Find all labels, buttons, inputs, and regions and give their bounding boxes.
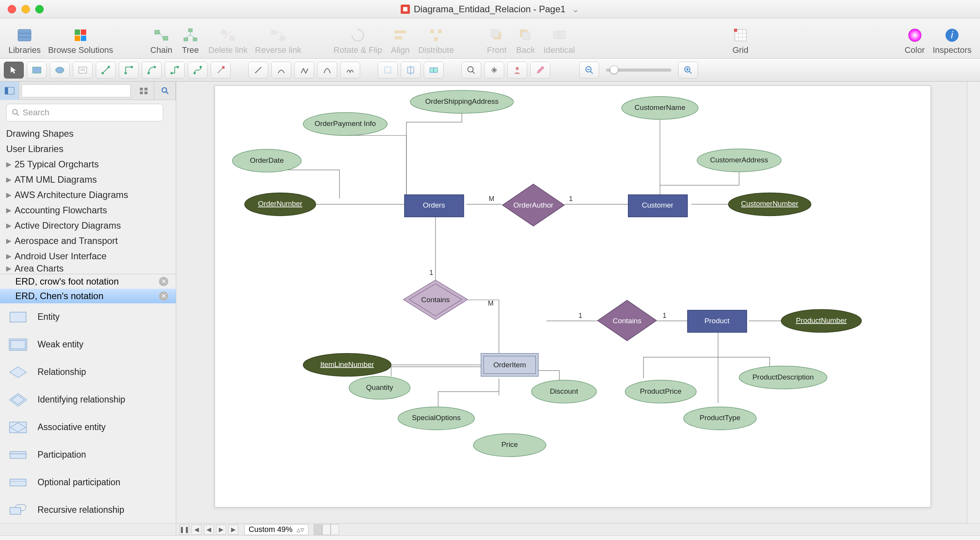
- zoom-in-button[interactable]: [678, 62, 698, 79]
- chevron-down-icon[interactable]: ⌄: [572, 4, 579, 15]
- svg-rect-14: [230, 36, 234, 40]
- zoom-tool[interactable]: [461, 62, 481, 79]
- connector-tool-1[interactable]: [96, 62, 116, 79]
- chain-button[interactable]: Chain: [147, 19, 175, 57]
- snap-tool-1[interactable]: [378, 62, 398, 79]
- line-tool-5[interactable]: [340, 62, 360, 79]
- shape-optional-participation[interactable]: Optional participation: [0, 469, 176, 496]
- color-button[interactable]: Color: [901, 19, 929, 57]
- lib-item[interactable]: ▶Aerospace and Transport: [0, 233, 176, 249]
- lib-item[interactable]: ▶Area Charts: [0, 264, 176, 273]
- svg-rect-54: [222, 66, 225, 69]
- shape-participation[interactable]: Participation: [0, 441, 176, 469]
- lib-item[interactable]: ▶ATM UML Diagrams: [0, 172, 176, 187]
- shape-entity[interactable]: Entity: [0, 303, 176, 331]
- svg-text:ItemLineNumber: ItemLineNumber: [320, 360, 374, 368]
- pager-first[interactable]: ◀: [192, 525, 202, 535]
- svg-rect-5: [81, 29, 86, 35]
- browse-solutions-button[interactable]: Browse Solutions: [45, 19, 116, 57]
- window-close-icon[interactable]: [8, 5, 16, 13]
- zoom-slider[interactable]: [606, 69, 671, 72]
- connector-tool-6[interactable]: [211, 62, 231, 79]
- svg-line-65: [590, 71, 593, 74]
- snap-tool-3[interactable]: [424, 62, 444, 79]
- svg-text:CustomerNumber: CustomerNumber: [741, 200, 798, 208]
- svg-rect-4: [75, 29, 80, 35]
- page-tab-3[interactable]: [331, 524, 339, 535]
- line-tool-3[interactable]: [294, 62, 314, 79]
- search-input[interactable]: Search: [6, 104, 163, 121]
- sidebar-search-toggle[interactable]: [154, 82, 176, 100]
- svg-text:OrderNumber: OrderNumber: [258, 200, 302, 208]
- lib-item[interactable]: ▶Active Directory Diagrams: [0, 218, 176, 233]
- pager-next[interactable]: ▶: [216, 525, 226, 535]
- shape-identifying-relationship[interactable]: Identifying relationship: [0, 386, 176, 414]
- main-toolbar: Libraries Browse Solutions Chain Tree De…: [0, 18, 980, 59]
- distribute-button: Distribute: [415, 19, 457, 57]
- line-tool-1[interactable]: [248, 62, 268, 79]
- pager-last[interactable]: ▶: [228, 525, 238, 535]
- inspectors-button[interactable]: iInspectors: [930, 19, 975, 57]
- svg-line-79: [17, 114, 19, 116]
- rect-tool[interactable]: [27, 62, 47, 79]
- window-zoom-icon[interactable]: [35, 5, 44, 13]
- close-icon[interactable]: ✕: [159, 291, 168, 301]
- sidebar-view-toggle[interactable]: [0, 82, 19, 100]
- svg-point-45: [108, 66, 110, 68]
- lib-item[interactable]: ▶25 Typical Orgcharts: [0, 157, 176, 172]
- edit-tool[interactable]: [530, 62, 550, 79]
- connector-tool-3[interactable]: [142, 62, 162, 79]
- svg-point-44: [102, 72, 104, 74]
- tree-button[interactable]: Tree: [177, 19, 204, 57]
- sidebar-path[interactable]: [21, 84, 131, 97]
- window-minimize-icon[interactable]: [21, 5, 30, 13]
- page-tab-1[interactable]: [314, 524, 322, 535]
- lib-item[interactable]: ▶Accounting Flowcharts: [0, 203, 176, 218]
- svg-rect-27: [554, 31, 559, 39]
- svg-rect-11: [184, 38, 188, 41]
- svg-rect-34: [734, 29, 737, 32]
- delete-link-button: Delete link: [205, 19, 251, 57]
- lib-drawing-shapes[interactable]: Drawing Shapes: [0, 126, 176, 141]
- shape-relationship[interactable]: Relationship: [0, 358, 176, 386]
- user-tool[interactable]: [507, 62, 527, 79]
- svg-rect-0: [403, 7, 407, 11]
- shape-recursive-relationship[interactable]: Recursive relationship: [0, 496, 176, 523]
- svg-point-78: [13, 110, 17, 114]
- line-tool-2[interactable]: [271, 62, 291, 79]
- lib-user-libraries[interactable]: User Libraries: [0, 141, 176, 157]
- sidebar-grid-view[interactable]: [133, 82, 154, 100]
- connector-tool-4[interactable]: [165, 62, 185, 79]
- connector-tool-2[interactable]: [119, 62, 139, 79]
- right-panel-strip[interactable]: [967, 82, 980, 523]
- grid-button[interactable]: Grid: [727, 19, 754, 57]
- pager-prev[interactable]: ◀: [204, 525, 214, 535]
- text-tool[interactable]: [73, 62, 93, 79]
- shape-associative-entity[interactable]: Associative entity: [0, 414, 176, 441]
- shape-weak-entity[interactable]: Weak entity: [0, 331, 176, 358]
- snap-tool-2[interactable]: [401, 62, 421, 79]
- pan-tool[interactable]: [484, 62, 504, 79]
- svg-line-77: [166, 92, 168, 94]
- close-icon[interactable]: ✕: [159, 277, 168, 286]
- lib-item[interactable]: ▶Android User Interface: [0, 249, 176, 264]
- canvas[interactable]: M 1 1 M 1 1 Orders Customer Product Orde…: [215, 85, 931, 507]
- pager-pause[interactable]: ❚❚: [179, 525, 189, 535]
- libraries-button[interactable]: Libraries: [5, 19, 44, 57]
- svg-rect-28: [560, 31, 565, 39]
- ellipse-tool[interactable]: [50, 62, 70, 79]
- front-button: Front: [483, 19, 511, 57]
- line-tool-4[interactable]: [317, 62, 337, 79]
- lib-category-crow[interactable]: ERD, crow's foot notation✕: [0, 274, 176, 289]
- lib-category-chen[interactable]: ERD, Chen's notation✕: [0, 289, 176, 303]
- svg-point-60: [468, 67, 473, 72]
- zoom-out-button[interactable]: [579, 62, 599, 79]
- connector-tool-5[interactable]: [188, 62, 208, 79]
- canvas-area[interactable]: M 1 1 M 1 1 Orders Customer Product Orde…: [176, 82, 967, 523]
- pointer-tool[interactable]: [4, 62, 24, 79]
- svg-point-50: [170, 72, 173, 74]
- svg-rect-82: [11, 340, 25, 349]
- page-tab-2[interactable]: [322, 524, 331, 535]
- zoom-select[interactable]: Custom 49%▵▿: [244, 524, 308, 535]
- lib-item[interactable]: ▶AWS Architecture Diagrams: [0, 187, 176, 203]
